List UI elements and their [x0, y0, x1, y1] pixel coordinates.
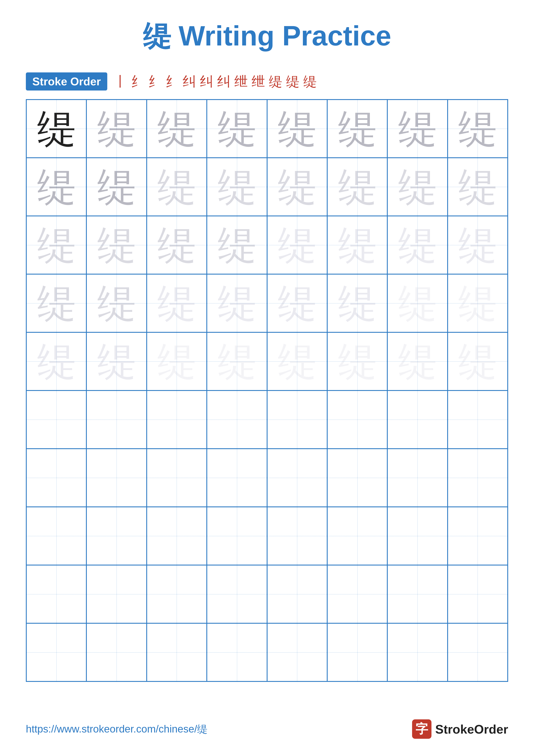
- grid-cell-r3-c1[interactable]: 缇: [26, 216, 87, 274]
- grid-cell-r10-c3[interactable]: [147, 623, 207, 682]
- grid-cell-r1-c1[interactable]: 缇: [26, 99, 87, 158]
- cell-character: 缇: [97, 226, 136, 264]
- grid-cell-r9-c2[interactable]: [87, 565, 146, 623]
- grid-cell-r5-c6[interactable]: 缇: [327, 332, 387, 391]
- grid-cell-r5-c5[interactable]: 缇: [267, 332, 327, 391]
- cell-character: 缇: [398, 109, 437, 148]
- grid-cell-r5-c3[interactable]: 缇: [147, 332, 207, 391]
- grid-cell-r6-c1[interactable]: [26, 391, 87, 449]
- grid-cell-r10-c4[interactable]: [207, 623, 267, 682]
- grid-cell-r5-c2[interactable]: 缇: [87, 332, 146, 391]
- logo-text: StrokeOrder: [435, 722, 508, 736]
- grid-cell-r7-c4[interactable]: [207, 449, 267, 507]
- grid-cell-r8-c5[interactable]: [267, 507, 327, 565]
- grid-cell-r9-c7[interactable]: [387, 565, 447, 623]
- grid-cell-r10-c1[interactable]: [26, 623, 87, 682]
- grid-cell-r4-c5[interactable]: 缇: [267, 274, 327, 332]
- grid-cell-r9-c5[interactable]: [267, 565, 327, 623]
- grid-cell-r8-c3[interactable]: [147, 507, 207, 565]
- cell-character: 缇: [37, 342, 76, 381]
- grid-cell-r2-c7[interactable]: 缇: [387, 158, 447, 216]
- grid-cell-r4-c1[interactable]: 缇: [26, 274, 87, 332]
- grid-cell-r7-c8[interactable]: [447, 449, 508, 507]
- grid-cell-r2-c8[interactable]: 缇: [447, 158, 508, 216]
- grid-cell-r6-c8[interactable]: [447, 391, 508, 449]
- grid-cell-r7-c5[interactable]: [267, 449, 327, 507]
- grid-cell-r4-c6[interactable]: 缇: [327, 274, 387, 332]
- grid-cell-r7-c3[interactable]: [147, 449, 207, 507]
- cell-character: 缇: [97, 284, 136, 323]
- grid-cell-r1-c5[interactable]: 缇: [267, 99, 327, 158]
- grid-cell-r5-c7[interactable]: 缇: [387, 332, 447, 391]
- grid-row-2: 缇缇缇缇缇缇缇缇: [26, 158, 508, 216]
- title-chinese: 缇: [143, 20, 171, 51]
- cell-character: 缇: [217, 226, 256, 264]
- grid-cell-r8-c8[interactable]: [447, 507, 508, 565]
- grid-cell-r7-c2[interactable]: [87, 449, 146, 507]
- grid-cell-r1-c3[interactable]: 缇: [147, 99, 207, 158]
- grid-cell-r8-c1[interactable]: [26, 507, 87, 565]
- grid-cell-r4-c3[interactable]: 缇: [147, 274, 207, 332]
- cell-character: 缇: [97, 342, 136, 381]
- grid-cell-r9-c6[interactable]: [327, 565, 387, 623]
- stroke-step-10: 缇: [269, 72, 282, 91]
- grid-cell-r8-c4[interactable]: [207, 507, 267, 565]
- grid-cell-r3-c3[interactable]: 缇: [147, 216, 207, 274]
- grid-cell-r9-c4[interactable]: [207, 565, 267, 623]
- grid-cell-r10-c8[interactable]: [447, 623, 508, 682]
- grid-cell-r6-c2[interactable]: [87, 391, 146, 449]
- grid-cell-r10-c2[interactable]: [87, 623, 146, 682]
- grid-cell-r2-c3[interactable]: 缇: [147, 158, 207, 216]
- grid-cell-r9-c1[interactable]: [26, 565, 87, 623]
- grid-cell-r8-c7[interactable]: [387, 507, 447, 565]
- grid-cell-r6-c3[interactable]: [147, 391, 207, 449]
- grid-cell-r10-c5[interactable]: [267, 623, 327, 682]
- grid-cell-r10-c6[interactable]: [327, 623, 387, 682]
- grid-cell-r10-c7[interactable]: [387, 623, 447, 682]
- grid-cell-r5-c1[interactable]: 缇: [26, 332, 87, 391]
- grid-cell-r4-c8[interactable]: 缇: [447, 274, 508, 332]
- grid-cell-r4-c2[interactable]: 缇: [87, 274, 146, 332]
- cell-character: 缇: [157, 284, 196, 323]
- footer: https://www.strokeorder.com/chinese/缇 字 …: [26, 719, 508, 739]
- grid-cell-r9-c3[interactable]: [147, 565, 207, 623]
- grid-cell-r1-c2[interactable]: 缇: [87, 99, 146, 158]
- grid-cell-r3-c6[interactable]: 缇: [327, 216, 387, 274]
- grid-cell-r5-c4[interactable]: 缇: [207, 332, 267, 391]
- grid-cell-r6-c5[interactable]: [267, 391, 327, 449]
- grid-cell-r4-c7[interactable]: 缇: [387, 274, 447, 332]
- grid-cell-r8-c2[interactable]: [87, 507, 146, 565]
- grid-cell-r9-c8[interactable]: [447, 565, 508, 623]
- grid-cell-r7-c6[interactable]: [327, 449, 387, 507]
- grid-cell-r5-c8[interactable]: 缇: [447, 332, 508, 391]
- grid-cell-r1-c7[interactable]: 缇: [387, 99, 447, 158]
- cell-character: 缇: [458, 342, 497, 381]
- grid-cell-r7-c7[interactable]: [387, 449, 447, 507]
- grid-cell-r6-c7[interactable]: [387, 391, 447, 449]
- grid-cell-r2-c5[interactable]: 缇: [267, 158, 327, 216]
- grid-cell-r2-c2[interactable]: 缇: [87, 158, 146, 216]
- cell-character: 缇: [217, 342, 256, 381]
- grid-cell-r3-c5[interactable]: 缇: [267, 216, 327, 274]
- grid-cell-r3-c7[interactable]: 缇: [387, 216, 447, 274]
- grid-cell-r6-c4[interactable]: [207, 391, 267, 449]
- grid-cell-r7-c1[interactable]: [26, 449, 87, 507]
- grid-cell-r2-c6[interactable]: 缇: [327, 158, 387, 216]
- grid-cell-r2-c4[interactable]: 缇: [207, 158, 267, 216]
- grid-cell-r6-c6[interactable]: [327, 391, 387, 449]
- cell-character: 缇: [398, 226, 437, 264]
- grid-cell-r3-c4[interactable]: 缇: [207, 216, 267, 274]
- grid-cell-r2-c1[interactable]: 缇: [26, 158, 87, 216]
- grid-cell-r1-c6[interactable]: 缇: [327, 99, 387, 158]
- cell-character: 缇: [338, 168, 377, 206]
- grid-cell-r1-c4[interactable]: 缇: [207, 99, 267, 158]
- grid-cell-r4-c4[interactable]: 缇: [207, 274, 267, 332]
- footer-url[interactable]: https://www.strokeorder.com/chinese/缇: [26, 722, 207, 736]
- grid-cell-r1-c8[interactable]: 缇: [447, 99, 508, 158]
- cell-character: 缇: [278, 109, 317, 148]
- grid-row-7: [26, 449, 508, 507]
- grid-cell-r8-c6[interactable]: [327, 507, 387, 565]
- grid-cell-r3-c8[interactable]: 缇: [447, 216, 508, 274]
- grid-cell-r3-c2[interactable]: 缇: [87, 216, 146, 274]
- stroke-step-2: 纟: [131, 72, 144, 91]
